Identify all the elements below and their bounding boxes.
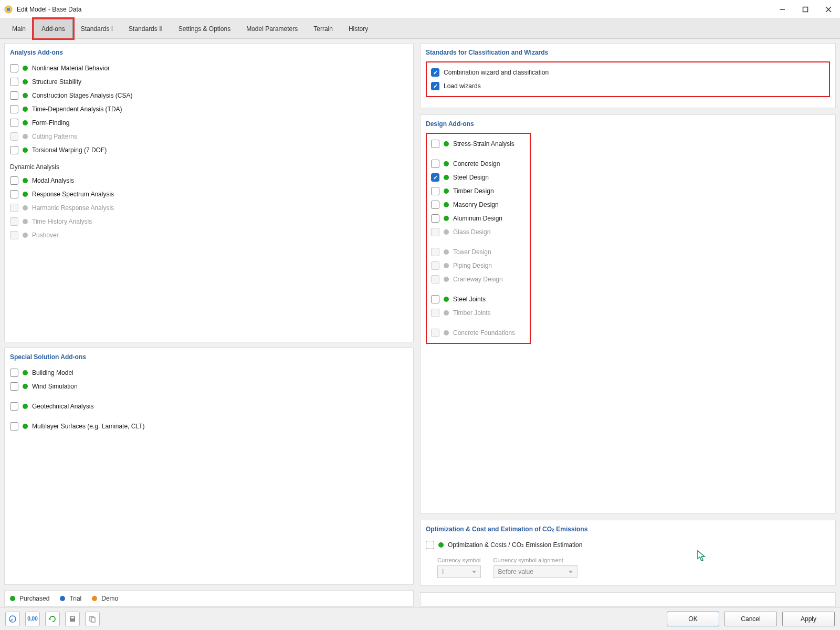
currency-alignment-label: Currency symbol alignment: [494, 557, 578, 563]
analysis-item-1-status-dot: [23, 79, 28, 85]
dynamic-item-2-row: Harmonic Response Analysis: [10, 201, 408, 215]
design-item-3-0-row: Steel Joints: [431, 292, 526, 306]
analysis-item-0-status-dot: [23, 66, 28, 71]
special-item-0-row: Building Model: [10, 366, 408, 380]
design-item-1-3-row: Masonry Design: [431, 198, 526, 212]
special-item-1-row: Wind Simulation: [10, 380, 408, 393]
analysis-item-1-checkbox[interactable]: [10, 78, 18, 86]
titlebar: Edit Model - Base Data: [0, 0, 840, 19]
currency-alignment-select[interactable]: Before value: [494, 565, 578, 578]
ok-button[interactable]: OK: [667, 612, 719, 626]
analysis-item-2-checkbox[interactable]: [10, 91, 18, 100]
right-column: Standards for Classification and Wizards…: [420, 43, 836, 607]
tab-standards-1[interactable]: Standards I: [73, 19, 121, 38]
design-item-1-4-checkbox[interactable]: [431, 214, 439, 223]
analysis-item-5-label: Cutting Patterns: [32, 133, 77, 140]
standards-item-0-label: Combination wizard and classification: [444, 69, 549, 76]
design-item-1-5-status-dot: [444, 229, 449, 235]
analysis-item-4-label: Form-Finding: [32, 119, 69, 127]
special-item-2-status-dot: [23, 404, 28, 409]
tab-settings-options[interactable]: Settings & Options: [171, 19, 238, 38]
design-item-2-1-label: Piping Design: [453, 262, 492, 269]
close-button[interactable]: [823, 4, 834, 15]
design-item-3-0-checkbox[interactable]: [431, 295, 439, 303]
tab-standards-2[interactable]: Standards II: [121, 19, 171, 38]
design-item-1-0-status-dot: [444, 161, 449, 166]
tab-history[interactable]: History: [341, 19, 376, 38]
maximize-button[interactable]: [800, 4, 811, 15]
currency-form-row: Currency symbol I Currency symbol alignm…: [426, 557, 830, 578]
content: Analysis Add-ons Nonlinear Material Beha…: [0, 39, 840, 607]
design-item-2-0-label: Tower Design: [453, 248, 491, 256]
analysis-item-1-label: Structure Stability: [32, 78, 81, 86]
optimization-checkbox[interactable]: [426, 541, 434, 549]
tab-model-parameters[interactable]: Model Parameters: [238, 19, 306, 38]
units-button[interactable]: 0,00: [25, 612, 40, 626]
design-item-4-0-label: Concrete Foundations: [453, 329, 515, 337]
analysis-item-0-checkbox[interactable]: [10, 64, 18, 72]
analysis-item-4-checkbox[interactable]: [10, 119, 18, 127]
standards-item-0-checkbox[interactable]: [431, 68, 439, 77]
tab-add-ons[interactable]: Add-ons: [34, 19, 73, 38]
apply-button[interactable]: Apply: [782, 612, 835, 626]
special-item-2-checkbox[interactable]: [10, 402, 18, 411]
design-item-1-5-label: Glass Design: [453, 228, 490, 236]
design-item-1-5-row: Glass Design: [431, 225, 526, 239]
special-item-3-status-dot: [23, 424, 28, 429]
design-item-2-1-row: Piping Design: [431, 259, 526, 272]
design-item-1-1-checkbox[interactable]: [431, 173, 439, 182]
svg-rect-1: [7, 8, 10, 11]
dynamic-item-4-checkbox: [10, 231, 18, 239]
design-item-1-4-status-dot: [444, 216, 449, 221]
standards-panel: Standards for Classification and Wizards…: [420, 43, 836, 108]
design-item-0-0-checkbox[interactable]: [431, 140, 439, 148]
optimization-panel: Optimization & Cost and Estimation of CO…: [420, 520, 836, 586]
dynamic-item-0-checkbox[interactable]: [10, 176, 18, 185]
design-addons-panel: Design Add-ons Stress-Strain AnalysisCon…: [420, 114, 836, 513]
cancel-button[interactable]: Cancel: [724, 612, 777, 626]
design-item-2-0-row: Tower Design: [431, 245, 526, 259]
design-item-0-0-label: Stress-Strain Analysis: [453, 140, 514, 148]
svg-rect-3: [803, 7, 808, 12]
optimization-title: Optimization & Cost and Estimation of CO…: [426, 526, 830, 533]
dynamic-item-1-checkbox[interactable]: [10, 190, 18, 198]
standards-highlight: Combination wizard and classificationLoa…: [426, 61, 830, 97]
analysis-item-3-row: Time-Dependent Analysis (TDA): [10, 102, 408, 116]
help-button[interactable]: [5, 612, 20, 626]
left-column: Analysis Add-ons Nonlinear Material Beha…: [4, 43, 414, 607]
reload-button[interactable]: [45, 612, 60, 626]
special-item-0-status-dot: [23, 370, 28, 375]
window-controls: [777, 4, 836, 15]
legend-demo: Demo: [92, 595, 118, 602]
minimize-button[interactable]: [777, 4, 788, 15]
analysis-item-3-checkbox[interactable]: [10, 105, 18, 113]
design-item-1-2-checkbox[interactable]: [431, 187, 439, 195]
design-item-0-0-status-dot: [444, 141, 449, 146]
tab-main[interactable]: Main: [4, 19, 34, 38]
analysis-item-0-label: Nonlinear Material Behavior: [32, 65, 110, 72]
design-highlight: Stress-Strain AnalysisConcrete DesignSte…: [426, 133, 531, 344]
currency-symbol-select[interactable]: I: [437, 565, 481, 578]
special-item-1-checkbox[interactable]: [10, 382, 18, 391]
analysis-addons-panel: Analysis Add-ons Nonlinear Material Beha…: [4, 43, 414, 342]
dynamic-item-4-row: Pushover: [10, 228, 408, 242]
standards-item-1-checkbox[interactable]: [431, 82, 439, 90]
dynamic-item-1-row: Response Spectrum Analysis: [10, 187, 408, 201]
save-button[interactable]: [65, 612, 80, 626]
tab-terrain[interactable]: Terrain: [306, 19, 341, 38]
standards-item-1-row: Load wizards: [431, 79, 825, 93]
special-item-0-checkbox[interactable]: [10, 369, 18, 377]
dynamic-item-4-label: Pushover: [32, 232, 59, 239]
special-item-0-label: Building Model: [32, 369, 74, 376]
analysis-item-6-checkbox[interactable]: [10, 146, 18, 154]
legend-bar: Purchased Trial Demo: [4, 590, 414, 607]
optimization-status-dot: [438, 542, 444, 548]
analysis-addons-title: Analysis Add-ons: [10, 49, 408, 56]
optimization-checkbox-row: Optimization & Costs / CO₂ Emission Esti…: [426, 538, 830, 552]
design-item-1-0-checkbox[interactable]: [431, 160, 439, 168]
copy-button[interactable]: [85, 612, 100, 626]
design-item-1-3-checkbox[interactable]: [431, 201, 439, 209]
special-item-3-checkbox[interactable]: [10, 422, 18, 430]
standards-title: Standards for Classification and Wizards: [426, 49, 830, 56]
special-item-1-status-dot: [23, 384, 28, 389]
